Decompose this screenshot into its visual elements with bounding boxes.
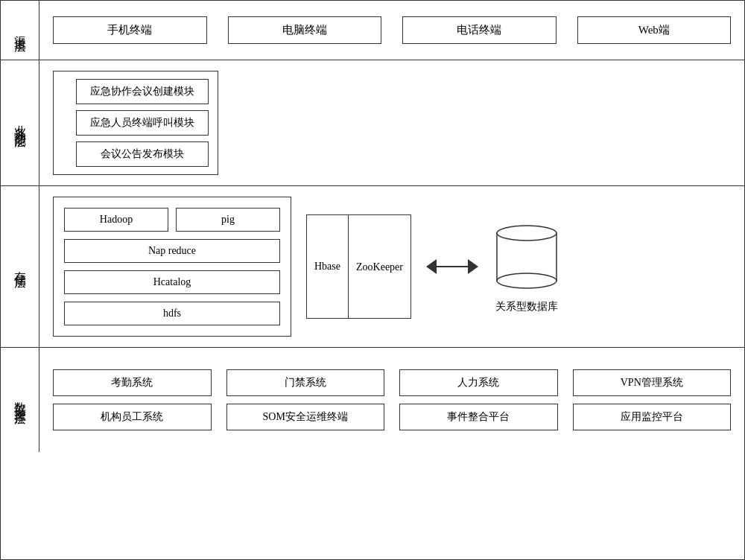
ds-item-0-0: 考勤系统	[53, 369, 212, 396]
zookeeper-box: ZooKeeper	[349, 214, 411, 319]
channel-layer-row: 渠道层 手机终端 电脑终端 电话终端 Web端	[1, 1, 744, 60]
svg-marker-0	[426, 259, 437, 274]
biz-module-0: 应急协作会议创建模块	[76, 79, 209, 104]
business-layer-row: 业务功能层 应急协作会议创建模块 应急人员终端呼叫模块 会议公告发布模块	[1, 60, 744, 186]
storage-row-4: hdfs	[64, 302, 280, 325]
business-layer-label: 业务功能层	[1, 60, 39, 185]
ds-item-1-2: 事件整合平台	[399, 404, 558, 430]
hdfs-box: hdfs	[64, 302, 280, 325]
storage-row-1: Hadoop pig	[64, 208, 280, 232]
storage-row-2: Nap reduce	[64, 239, 280, 263]
db-label: 关系型数据库	[495, 300, 558, 314]
ds-item-0-3: VPN管理系统	[573, 369, 732, 396]
storage-row-3: Hcatalog	[64, 270, 280, 294]
svg-point-4	[497, 226, 557, 241]
channel-item-3: Web端	[577, 16, 732, 44]
datasupport-layer-label: 数据支撑层	[1, 348, 39, 452]
ds-item-1-3: 应用监控平台	[573, 404, 732, 430]
biz-module-2: 会议公告发布模块	[76, 141, 209, 167]
storage-layer-content: Hadoop pig Nap reduce Hcatalog hdfs	[39, 186, 744, 347]
napreduce-box: Nap reduce	[64, 239, 280, 263]
storage-main-box: Hadoop pig Nap reduce Hcatalog hdfs	[53, 197, 291, 337]
ds-item-0-2: 人力系统	[399, 369, 558, 396]
pig-box: pig	[176, 208, 280, 232]
database-area: 关系型数据库	[493, 220, 560, 314]
channel-item-0: 手机终端	[53, 16, 207, 44]
channel-item-1: 电脑终端	[228, 16, 382, 44]
datasupport-layer-row: 数据支撑层 考勤系统 门禁系统 人力系统 VPN管理系统 机构员工系统 SOM安…	[1, 348, 744, 452]
bidirectional-arrow	[426, 255, 478, 278]
datasupport-grid: 考勤系统 门禁系统 人力系统 VPN管理系统 机构员工系统 SOM安全运维终端 …	[53, 369, 731, 430]
channel-layer-content: 手机终端 电脑终端 电话终端 Web端	[39, 1, 744, 60]
biz-outer-box: 应急协作会议创建模块 应急人员终端呼叫模块 会议公告发布模块	[53, 71, 218, 175]
architecture-diagram: 渠道层 手机终端 电脑终端 电话终端 Web端 业务功能层 应急协作会议创建模块…	[0, 0, 745, 560]
biz-module-1: 应急人员终端呼叫模块	[76, 110, 209, 136]
channel-item-2: 电话终端	[402, 16, 557, 44]
channel-layer-label: 渠道层	[1, 1, 39, 60]
datasupport-row-2: 机构员工系统 SOM安全运维终端 事件整合平台 应用监控平台	[53, 404, 731, 430]
svg-marker-1	[468, 259, 478, 274]
datasupport-layer-content: 考勤系统 门禁系统 人力系统 VPN管理系统 机构员工系统 SOM安全运维终端 …	[39, 348, 744, 452]
ds-item-0-1: 门禁系统	[226, 369, 385, 396]
arrow-area	[426, 255, 478, 278]
business-layer-content: 应急协作会议创建模块 应急人员终端呼叫模块 会议公告发布模块	[39, 60, 744, 185]
hadoop-box: Hadoop	[64, 208, 168, 232]
storage-layer-label: 存储层	[1, 186, 39, 347]
biz-modules: 应急协作会议创建模块 应急人员终端呼叫模块 会议公告发布模块	[76, 79, 209, 167]
datasupport-row-1: 考勤系统 门禁系统 人力系统 VPN管理系统	[53, 369, 731, 396]
svg-point-5	[497, 273, 557, 288]
hcatalog-box: Hcatalog	[64, 270, 280, 294]
database-cylinder-svg	[493, 220, 560, 294]
ds-item-1-0: 机构员工系统	[53, 404, 212, 430]
hbase-box: Hbase	[306, 214, 349, 319]
storage-layer-row: 存储层 Hadoop pig Nap reduce Hcatalog	[1, 186, 744, 348]
hbase-zookeeper-group: Hbase ZooKeeper	[306, 214, 411, 319]
ds-item-1-1: SOM安全运维终端	[226, 404, 385, 430]
